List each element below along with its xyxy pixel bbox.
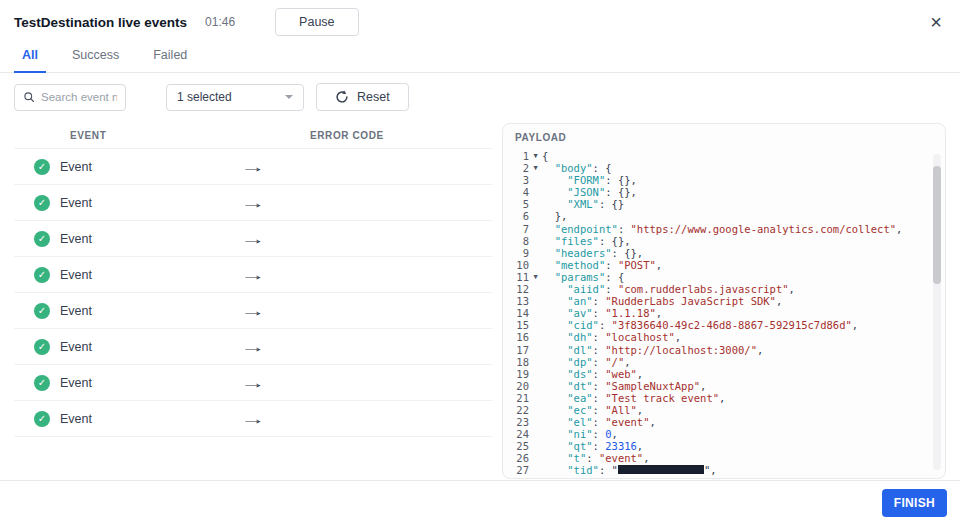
filter-selected-value: 1 selected bbox=[177, 90, 232, 104]
code-content: "body": { bbox=[542, 162, 612, 174]
fold-spacer bbox=[529, 452, 542, 464]
tab-success[interactable]: Success bbox=[64, 40, 127, 72]
search-box[interactable] bbox=[14, 84, 126, 111]
arrow-right-icon: → bbox=[240, 158, 266, 175]
arrow-right-icon: → bbox=[240, 374, 266, 391]
fold-spacer bbox=[529, 356, 542, 368]
success-icon: ✓ bbox=[34, 195, 50, 211]
line-number: 3 bbox=[503, 174, 529, 186]
event-name: Event bbox=[60, 160, 92, 174]
event-name: Event bbox=[60, 268, 92, 282]
timer: 01:46 bbox=[205, 15, 235, 29]
fold-spacer bbox=[529, 428, 542, 440]
line-number: 16 bbox=[503, 331, 529, 343]
code-content: "dh": "localhost", bbox=[542, 331, 681, 343]
finish-button[interactable]: FINISH bbox=[882, 489, 947, 517]
success-icon: ✓ bbox=[34, 303, 50, 319]
code-line: 20 "dt": "SampleNuxtApp", bbox=[503, 380, 945, 392]
column-header-error-code: ERROR CODE bbox=[310, 130, 384, 141]
fold-icon[interactable]: ▼ bbox=[529, 271, 542, 283]
table-row[interactable]: ✓Event→ bbox=[14, 185, 492, 221]
line-number: 25 bbox=[503, 440, 529, 452]
code-line: 16 "dh": "localhost", bbox=[503, 331, 945, 343]
code-content: "el": "event", bbox=[542, 416, 656, 428]
table-row[interactable]: ✓Event→ bbox=[14, 257, 492, 293]
filter-dropdown[interactable]: 1 selected bbox=[166, 84, 304, 111]
table-row[interactable]: ✓Event→ bbox=[14, 293, 492, 329]
arrow-right-icon: → bbox=[240, 410, 266, 427]
line-number: 17 bbox=[503, 344, 529, 356]
tab-all[interactable]: All bbox=[14, 40, 46, 73]
code-content: "XML": {} bbox=[542, 198, 624, 210]
code-line: 27 "tid": "", bbox=[503, 464, 945, 476]
table-row[interactable]: ✓Event→ bbox=[14, 149, 492, 185]
code-line: 15 "cid": "3f836640-49c2-46d8-8867-59291… bbox=[503, 319, 945, 331]
line-number: 8 bbox=[503, 235, 529, 247]
code-line: 21 "ea": "Test track event", bbox=[503, 392, 945, 404]
line-number: 22 bbox=[503, 404, 529, 416]
fold-spacer bbox=[529, 440, 542, 452]
fold-spacer bbox=[529, 174, 542, 186]
code-content: "endpoint": "https://www.google-analytic… bbox=[542, 223, 902, 235]
code-content: "aiid": "com.rudderlabs.javascript", bbox=[542, 283, 795, 295]
code-line: 13 "an": "RudderLabs JavaScript SDK", bbox=[503, 295, 945, 307]
line-number: 27 bbox=[503, 464, 529, 476]
code-content: "dl": "http://localhost:3000/", bbox=[542, 344, 763, 356]
table-row[interactable]: ✓Event→ bbox=[14, 221, 492, 257]
code-content: "tid": "", bbox=[542, 464, 717, 476]
fold-spacer bbox=[529, 404, 542, 416]
fold-spacer bbox=[529, 223, 542, 235]
code-content: }, bbox=[542, 210, 567, 222]
event-name: Event bbox=[60, 232, 92, 246]
fold-spacer bbox=[529, 380, 542, 392]
code-line: 2▼ "body": { bbox=[503, 162, 945, 174]
code-content: "FORM": {}, bbox=[542, 174, 637, 186]
code-line: 18 "dp": "/", bbox=[503, 356, 945, 368]
fold-icon[interactable]: ▼ bbox=[529, 150, 542, 162]
success-icon: ✓ bbox=[34, 375, 50, 391]
code-line: 12 "aiid": "com.rudderlabs.javascript", bbox=[503, 283, 945, 295]
line-number: 20 bbox=[503, 380, 529, 392]
code-content: "ds": "web", bbox=[542, 368, 643, 380]
fold-spacer bbox=[529, 259, 542, 271]
footer-bar: FINISH bbox=[0, 480, 960, 524]
tab-bar: All Success Failed bbox=[0, 40, 960, 73]
code-content: "JSON": {}, bbox=[542, 186, 637, 198]
line-number: 9 bbox=[503, 247, 529, 259]
code-content: "params": { bbox=[542, 271, 624, 283]
line-number: 13 bbox=[503, 295, 529, 307]
fold-spacer bbox=[529, 392, 542, 404]
code-line: 5 "XML": {} bbox=[503, 198, 945, 210]
line-number: 15 bbox=[503, 319, 529, 331]
table-row[interactable]: ✓Event→ bbox=[14, 401, 492, 437]
search-input[interactable] bbox=[41, 91, 117, 103]
fold-spacer bbox=[529, 307, 542, 319]
fold-spacer bbox=[529, 464, 542, 476]
line-number: 10 bbox=[503, 259, 529, 271]
arrow-right-icon: → bbox=[240, 338, 266, 355]
code-content: "an": "RudderLabs JavaScript SDK", bbox=[542, 295, 782, 307]
table-row[interactable]: ✓Event→ bbox=[14, 329, 492, 365]
refresh-icon bbox=[335, 90, 349, 104]
code-content: "cid": "3f836640-49c2-46d8-8867-592915c7… bbox=[542, 319, 858, 331]
line-number: 19 bbox=[503, 368, 529, 380]
fold-spacer bbox=[529, 283, 542, 295]
close-icon[interactable]: × bbox=[928, 12, 944, 32]
code-content: "ec": "All", bbox=[542, 404, 643, 416]
event-name: Event bbox=[60, 196, 92, 210]
tab-failed[interactable]: Failed bbox=[145, 40, 195, 72]
table-row[interactable]: ✓Event→ bbox=[14, 365, 492, 401]
code-line: 11▼ "params": { bbox=[503, 271, 945, 283]
line-number: 2 bbox=[503, 162, 529, 174]
fold-icon[interactable]: ▼ bbox=[529, 162, 542, 174]
reset-button[interactable]: Reset bbox=[316, 83, 409, 111]
line-number: 24 bbox=[503, 428, 529, 440]
event-name: Event bbox=[60, 376, 92, 390]
code-content: "headers": {}, bbox=[542, 247, 643, 259]
success-icon: ✓ bbox=[34, 411, 50, 427]
event-name: Event bbox=[60, 412, 92, 426]
arrow-right-icon: → bbox=[240, 194, 266, 211]
pause-button[interactable]: Pause bbox=[275, 8, 358, 36]
payload-scrollbar-thumb[interactable] bbox=[933, 166, 941, 284]
event-name: Event bbox=[60, 340, 92, 354]
